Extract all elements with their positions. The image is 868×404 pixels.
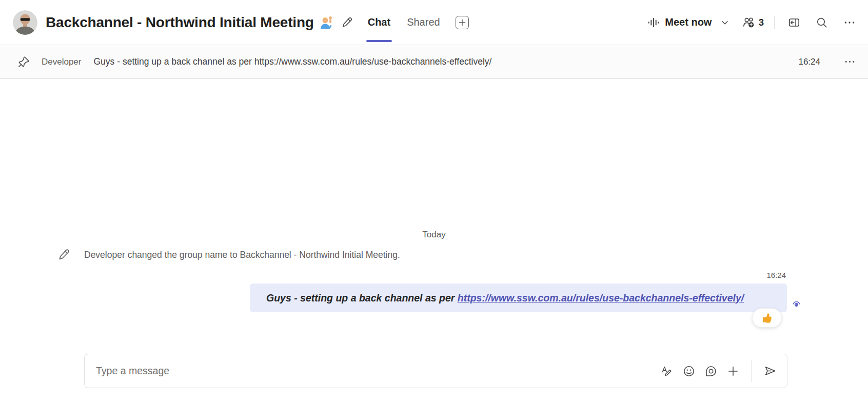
search-icon (816, 16, 828, 29)
loop-component-icon (705, 365, 717, 377)
thumbs-up-reaction[interactable] (752, 308, 782, 328)
meet-now-dropdown-button[interactable] (718, 15, 732, 30)
loop-component-button[interactable] (703, 363, 719, 379)
add-people-button[interactable]: 3 (742, 16, 764, 29)
text-format-icon (660, 365, 673, 377)
waveform-icon (647, 16, 660, 29)
open-chat-pane-button[interactable] (786, 14, 802, 31)
compose-actions (658, 360, 787, 382)
avatar-image (13, 10, 37, 35)
day-divider: Today (0, 230, 868, 240)
tab-shared-label: Shared (407, 16, 440, 28)
chat-header: Backchannel - Northwind Initial Meeting … (0, 0, 868, 45)
panel-arrow-left-icon (788, 16, 800, 29)
pinned-message-author: Developer (42, 57, 82, 67)
chevron-down-icon (720, 17, 730, 28)
message-bubble[interactable]: Guys - setting up a back channel as per … (250, 284, 787, 312)
send-button[interactable] (761, 362, 779, 379)
active-tab-underline (366, 40, 392, 42)
chat-title-group: Backchannel - Northwind Initial Meeting (46, 14, 333, 31)
system-message: Developer changed the group name to Back… (57, 248, 400, 261)
pinned-message-time: 16:24 (798, 57, 820, 67)
pencil-icon (57, 248, 71, 261)
meet-now-button[interactable]: Meet now (647, 16, 712, 29)
meet-now-label: Meet now (665, 16, 712, 28)
attach-plus-button[interactable] (725, 363, 741, 379)
paper-plane-icon (763, 365, 777, 377)
ellipsis-icon (844, 56, 856, 68)
compose-bar[interactable] (84, 354, 787, 388)
avatar[interactable] (13, 10, 37, 35)
teams-chat-window: Backchannel - Northwind Initial Meeting … (0, 0, 868, 404)
message-timestamp: 16:24 (250, 271, 787, 279)
plus-icon (727, 365, 739, 377)
system-message-text: Developer changed the group name to Back… (84, 250, 400, 260)
format-button[interactable] (658, 362, 675, 379)
header-actions: Meet now 3 (647, 14, 858, 31)
message-text: Guys - setting up a back channel as per (266, 292, 458, 304)
add-tab-button[interactable] (456, 16, 469, 29)
pinned-message-text: Guys - setting up a back channel as per … (94, 56, 788, 67)
raising-hand-emoji (319, 15, 333, 29)
header-divider (774, 16, 775, 29)
message-input[interactable] (85, 365, 658, 377)
search-button[interactable] (814, 14, 830, 31)
tab-chat-label: Chat (368, 16, 390, 28)
compose-divider (751, 360, 752, 382)
tab-shared[interactable]: Shared (406, 0, 441, 45)
people-add-icon (742, 16, 756, 29)
pinned-message-bar[interactable]: Developer Guys - setting up a back chann… (0, 45, 868, 79)
smiley-icon (683, 365, 695, 377)
message-group: 16:24 Guys - setting up a back channel a… (250, 271, 787, 312)
pushpin-icon (17, 55, 30, 68)
thumbs-up-emoji (761, 312, 773, 324)
pinned-more-options-button[interactable] (842, 54, 858, 70)
ellipsis-icon (843, 16, 856, 29)
message-link[interactable]: https://www.ssw.com.au/rules/use-backcha… (458, 292, 744, 304)
tab-chat[interactable]: Chat (367, 0, 391, 45)
read-receipt-eye-icon (792, 299, 801, 309)
page-title: Backchannel - Northwind Initial Meeting (46, 14, 314, 31)
pencil-icon (341, 16, 353, 29)
participant-count: 3 (758, 17, 764, 28)
emoji-button[interactable] (681, 363, 697, 379)
more-options-button[interactable] (841, 14, 858, 31)
edit-group-name-button[interactable] (339, 14, 356, 31)
plus-icon (459, 19, 466, 26)
tab-bar: Chat Shared (367, 0, 469, 45)
